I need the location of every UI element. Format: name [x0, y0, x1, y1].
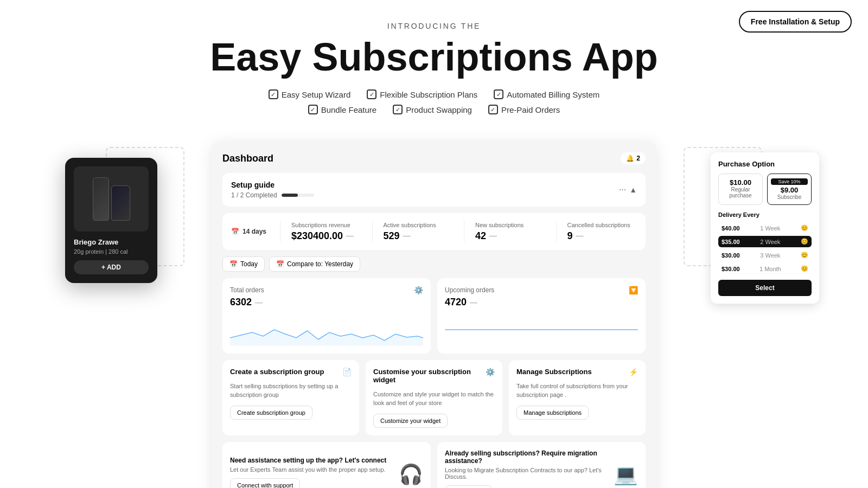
delivery-price: $30.00	[722, 252, 740, 259]
upcoming-orders-chart: Upcoming orders 🔽 4720 —	[437, 278, 646, 354]
check-icon: ✓	[269, 89, 278, 99]
purchase-widget-title: Purchase Option	[718, 160, 812, 168]
dashboard-title: Dashboard	[222, 153, 273, 164]
total-orders-chart: Total orders ⚙️ 6302 —	[222, 278, 431, 354]
purchase-options: $10.00 Regular purchase Save 10% $9.00 S…	[718, 174, 812, 205]
action-card-header: Create a subscription group 📄	[230, 368, 352, 378]
feature-label: Product Swapping	[406, 105, 472, 114]
support-row: Need assistance setting up the app? Let'…	[222, 442, 646, 488]
stat-value: 529 —	[384, 230, 454, 242]
stat-label: Cancelled subscriptions	[567, 222, 637, 228]
features-row-1: ✓ Easy Setup Wizard ✓ Flexible Subscript…	[11, 89, 857, 99]
chart-value: 4720 —	[445, 297, 638, 308]
features-row-2: ✓ Bundle Feature ✓ Product Swapping ✓ Pr…	[11, 105, 857, 114]
action-card-widget: Customise your subscription widget ⚙️ Cu…	[366, 360, 502, 435]
dashboard-header: Dashboard 🔔 2	[222, 152, 646, 164]
connect-support-button[interactable]: Connect with support	[230, 478, 300, 488]
check-icon: ✓	[494, 89, 503, 99]
notif-count: 2	[636, 155, 640, 162]
purchase-widget: Purchase Option $10.00 Regular purchase …	[711, 152, 819, 304]
free-install-button[interactable]: Free Installation & Setup	[739, 11, 852, 33]
chart-filter-icon[interactable]: 🔽	[629, 286, 638, 294]
feature-flexible-plans: ✓ Flexible Subscription Plans	[367, 89, 477, 99]
stat-revenue: Subscriptions revenue $230400.00 —	[291, 222, 361, 242]
product-bottles	[93, 177, 130, 221]
action-cards-row: Create a subscription group 📄 Start sell…	[222, 360, 646, 435]
setup-guide-title: Setup guide	[231, 181, 314, 189]
check-icon: ✓	[308, 105, 318, 114]
delivery-period: 1 Month	[760, 266, 781, 272]
notification-badge[interactable]: 🔔 2	[621, 152, 646, 164]
support-desc: Looking to Migrate Subscription Contract…	[445, 467, 607, 480]
action-card-manage: Manage Subscriptions ⚡ Take full control…	[509, 360, 646, 435]
stat-new: New subscriptions 42 —	[475, 222, 545, 242]
delivery-option-1week[interactable]: $40.00 1 Week 😊	[718, 222, 812, 234]
setup-guide-header: Setup guide 1 / 2 Completed ··· ▲	[231, 181, 637, 199]
stat-dash: —	[403, 232, 411, 240]
progress-label: 1 / 2 Completed	[231, 191, 277, 199]
main-title: Easy Subscriptions App	[11, 36, 857, 79]
support-emoji: 💻	[614, 463, 638, 486]
chart-header: Total orders ⚙️	[230, 286, 423, 294]
product-card: Briego Zrawe 20g protein | 280 cal + ADD	[65, 158, 157, 283]
support-emoji: 🎧	[399, 463, 423, 486]
feature-label: Flexible Subscription Plans	[380, 90, 477, 99]
add-to-cart-button[interactable]: + ADD	[74, 260, 149, 274]
setup-guide-card: Setup guide 1 / 2 Completed ··· ▲	[222, 173, 646, 207]
check-icon: ✓	[393, 105, 403, 114]
regular-purchase-option[interactable]: $10.00 Regular purchase	[718, 174, 763, 205]
subscribe-option[interactable]: Save 10% $9.00 Subscribe	[767, 174, 812, 205]
divider	[280, 221, 280, 242]
stat-value: $230400.00 —	[291, 230, 361, 242]
more-options-button[interactable]: ···	[619, 185, 626, 195]
stat-label: Subscriptions revenue	[291, 222, 361, 228]
option-label: Subscribe	[771, 194, 808, 200]
customize-widget-button[interactable]: Customize your widget	[373, 414, 448, 428]
delivery-option-1month[interactable]: $30.00 1 Month 😊	[718, 263, 812, 274]
delivery-option-3week[interactable]: $30.00 3 Week 😊	[718, 249, 812, 261]
action-card-title: Create a subscription group	[230, 368, 324, 376]
collapse-button[interactable]: ▲	[629, 185, 637, 194]
stats-card: 📅 14 days Subscriptions revenue $230400.…	[222, 213, 646, 250]
filter-row: 📅 Today 📅 Compare to: Yesterday	[222, 256, 646, 272]
setup-guide-actions: ··· ▲	[619, 185, 637, 195]
compare-filter-button[interactable]: 📅 Compare to: Yesterday	[269, 256, 360, 272]
stat-value: 42 —	[475, 230, 545, 242]
delivery-option-2week[interactable]: $35.00 2 Week 😊	[718, 236, 812, 247]
action-card-subscription-group: Create a subscription group 📄 Start sell…	[222, 360, 359, 435]
progress-bar	[282, 194, 314, 197]
stat-dash: —	[489, 232, 497, 240]
manage-subscriptions-button[interactable]: Manage subscriptions	[516, 406, 589, 420]
period-label: 14 days	[242, 228, 266, 235]
divider	[464, 221, 464, 242]
stat-dash: —	[255, 298, 263, 307]
feature-prepaid: ✓ Pre-Paid Orders	[488, 105, 560, 114]
feature-bundle: ✓ Bundle Feature	[308, 105, 377, 114]
action-card-desc: Take full control of subscriptions from …	[516, 382, 638, 399]
check-icon: ✓	[367, 89, 376, 99]
delivery-price: $30.00	[722, 266, 740, 272]
delivery-period: 2 Week	[760, 239, 780, 245]
save-badge: Save 10%	[771, 178, 808, 185]
feature-label: Pre-Paid Orders	[501, 105, 560, 114]
stat-label: Active subscriptions	[384, 222, 454, 228]
divider	[372, 221, 373, 242]
chat-with-us-button[interactable]: Chat with us	[445, 485, 492, 488]
support-desc: Let our Experts Team assist you with the…	[230, 466, 392, 473]
product-name: Briego Zrawe	[74, 238, 149, 246]
bottle-short	[111, 185, 130, 221]
chart-settings-icon[interactable]: ⚙️	[414, 286, 423, 294]
action-card-desc: Customize and style your widget to match…	[373, 390, 495, 407]
feature-billing: ✓ Automated Billing System	[494, 89, 599, 99]
stat-cancelled: Cancelled subscriptions 9 —	[567, 222, 637, 242]
progress-fill	[282, 194, 298, 197]
option-price: $9.00	[771, 186, 808, 194]
today-filter-button[interactable]: 📅 Today	[222, 256, 265, 272]
stat-label: New subscriptions	[475, 222, 545, 228]
support-text: Already selling subscriptions? Require m…	[445, 450, 607, 488]
stats-period: 📅 14 days	[231, 228, 269, 235]
support-title: Need assistance setting up the app? Let'…	[230, 457, 392, 464]
select-delivery-button[interactable]: Select	[718, 280, 812, 296]
create-subscription-group-button[interactable]: Create subscription group	[230, 406, 312, 420]
feature-label: Easy Setup Wizard	[282, 90, 351, 99]
